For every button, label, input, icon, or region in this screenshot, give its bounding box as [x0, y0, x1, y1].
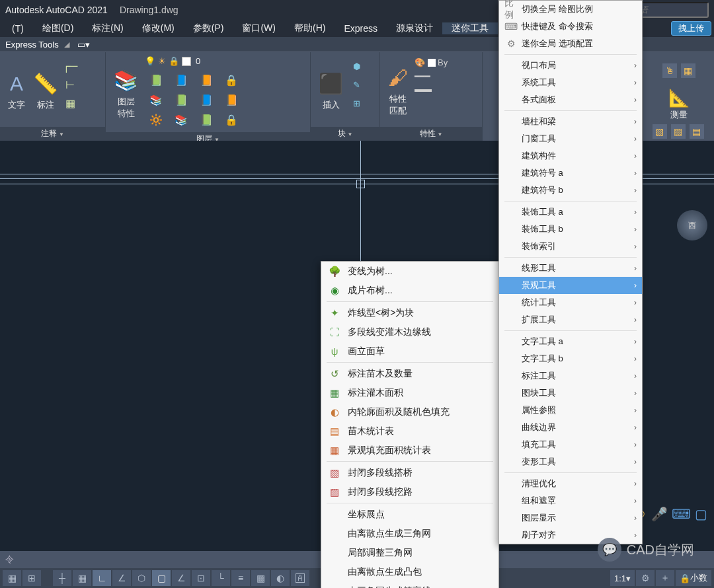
layer-icon[interactable]: 🔒: [220, 111, 243, 128]
submenu-item[interactable]: 由三角网生成等高线: [321, 581, 498, 588]
menu-item[interactable]: 比例切换全局 绘图比例: [499, 1, 642, 18]
menu-modify[interactable]: 修改(M): [133, 22, 184, 34]
menu-draw[interactable]: 绘图(D): [33, 22, 83, 34]
color-wheel-icon[interactable]: 🎨: [415, 57, 425, 67]
viewcube[interactable]: 西: [677, 210, 707, 240]
menu-item[interactable]: 扩展工具›: [499, 311, 642, 328]
attr-icon[interactable]: ⊞: [349, 96, 364, 110]
layer-icon[interactable]: 🔆: [145, 111, 167, 128]
model-icon[interactable]: ▦: [3, 570, 21, 586]
text-button[interactable]: A 文字: [4, 55, 29, 127]
menu-window[interactable]: 窗口(W): [233, 22, 285, 34]
grid-icon[interactable]: ⊞: [22, 570, 41, 586]
osnap-icon[interactable]: ▢: [152, 570, 171, 586]
menu-item[interactable]: 建筑构件›: [499, 147, 642, 165]
menu-item[interactable]: 变形工具›: [499, 453, 642, 470]
submenu-item[interactable]: ▤苗木统计表: [321, 422, 498, 441]
util-icon[interactable]: ▤: [690, 124, 704, 139]
menu-dim[interactable]: 标注(N): [83, 22, 132, 34]
menu-item[interactable]: 文字工具 a›: [499, 333, 642, 350]
menu-item[interactable]: 墙柱和梁›: [499, 113, 642, 130]
table-icon[interactable]: ▦: [63, 96, 77, 110]
layer-icon[interactable]: 📙: [195, 71, 218, 89]
menu-item[interactable]: 清理优化›: [499, 475, 642, 492]
iso-icon[interactable]: ⬡: [132, 570, 151, 586]
layer-icon[interactable]: 📘: [170, 71, 192, 89]
submenu-item[interactable]: 坐标展点: [321, 505, 498, 524]
edit-block-icon[interactable]: ✎: [349, 77, 364, 92]
submenu-item[interactable]: ⛶多段线变灌木边缘线: [321, 322, 498, 342]
panel-toggle-icon[interactable]: ▭▾: [77, 40, 90, 50]
create-block-icon[interactable]: ⬢: [349, 59, 364, 73]
snap-icon[interactable]: ┼: [53, 570, 71, 586]
layer-icon[interactable]: 📚: [145, 91, 167, 108]
menu-item[interactable]: ⌨快捷键及 命令搜索: [499, 18, 642, 35]
layer-icon[interactable]: 🔒: [220, 71, 243, 89]
linetype-icon[interactable]: ━━━: [415, 71, 448, 81]
menu-item[interactable]: 线形工具›: [499, 260, 642, 277]
menu-item[interactable]: 建筑符号 b›: [499, 182, 642, 199]
submenu-item[interactable]: 局部调整三角网: [321, 543, 498, 562]
layer-dropdown[interactable]: 💡 ☀ 🔒 0: [142, 55, 306, 67]
menu-item[interactable]: 属性参照›: [499, 402, 642, 419]
menu-item[interactable]: 图块工具›: [499, 385, 642, 402]
menu-item[interactable]: 系统工具›: [499, 74, 642, 91]
submenu-item[interactable]: ◉成片布树...: [321, 281, 498, 300]
util-icon[interactable]: ▨: [671, 124, 686, 139]
units-display[interactable]: 🔒 小数: [676, 570, 711, 586]
submenu-item[interactable]: ψ画立面草: [321, 342, 498, 361]
menu-mini[interactable]: 迷你工具: [442, 22, 498, 34]
lwt-icon[interactable]: ≡: [231, 570, 250, 586]
layer-properties-button[interactable]: 📚 图层 特性: [110, 55, 142, 132]
keyboard-icon[interactable]: ⌨: [672, 506, 691, 522]
layer-icon[interactable]: 📚: [170, 111, 192, 128]
menu-item[interactable]: 装饰工具 b›: [499, 221, 642, 238]
menu-yq[interactable]: 源泉设计: [387, 22, 442, 34]
layer-icon[interactable]: 📙: [220, 91, 243, 108]
menu-item[interactable]: 文字工具 b›: [499, 350, 642, 367]
gear-icon[interactable]: ⚙: [636, 570, 654, 586]
grid-display-icon[interactable]: ▦: [73, 570, 91, 586]
cycle-icon[interactable]: ◐: [271, 570, 290, 586]
mic-icon[interactable]: 🎤: [651, 506, 668, 522]
submenu-item[interactable]: 🌳变线为树...: [321, 262, 498, 281]
menu-item[interactable]: 景观工具›: [499, 277, 642, 294]
menu-express[interactable]: Express: [335, 23, 387, 34]
menu-item[interactable]: 建筑符号 a›: [499, 165, 642, 182]
transparency-icon[interactable]: ▩: [251, 570, 270, 586]
menu-item[interactable]: 填充工具›: [499, 436, 642, 453]
menu-item[interactable]: 组和遮罩›: [499, 492, 642, 509]
match-properties-button[interactable]: 🖌 特性 匹配: [384, 55, 412, 127]
layer-icon[interactable]: 📗: [195, 111, 218, 128]
scale-display[interactable]: 1:1▾: [610, 570, 635, 586]
layer-icon[interactable]: 📘: [195, 91, 218, 108]
measure-button[interactable]: 📐 测量: [665, 83, 693, 124]
menu-item[interactable]: 视口布局›: [499, 57, 642, 74]
anno-icon[interactable]: 🄰: [291, 570, 309, 586]
lineweight-icon[interactable]: ▬▬: [415, 84, 448, 94]
window-icon[interactable]: ▢: [695, 506, 707, 522]
menu-item[interactable]: 装饰工具 a›: [499, 203, 642, 221]
dimension-button[interactable]: 📏 标注: [29, 55, 61, 127]
menu-t[interactable]: (T): [3, 23, 33, 34]
menu-item[interactable]: ⚙迷你全局 选项配置: [499, 35, 642, 52]
submenu-item[interactable]: ◐内轮廓面积及随机色填充: [321, 402, 498, 422]
submenu-item[interactable]: ↺标注苗木及数量: [321, 364, 498, 383]
dyn-icon[interactable]: └: [212, 570, 230, 586]
bylayer-swatch[interactable]: By: [428, 57, 448, 67]
menu-item[interactable]: 图层显示›: [499, 509, 642, 527]
submenu-item[interactable]: ▦标注灌木面积: [321, 383, 498, 402]
tool-icon[interactable]: ▦: [681, 63, 695, 78]
submenu-item[interactable]: ▧封闭多段线搭桥: [321, 463, 498, 482]
menu-item[interactable]: 标注工具›: [499, 367, 642, 385]
menu-param[interactable]: 参数(P): [184, 22, 233, 34]
menu-help[interactable]: 帮助(H): [285, 22, 335, 34]
3dosnap-icon[interactable]: ⊡: [192, 570, 210, 586]
leader-icon[interactable]: ┌─: [63, 59, 77, 73]
polar-icon[interactable]: ∠: [112, 570, 131, 586]
submenu-item[interactable]: 由离散点生成凸包: [321, 562, 498, 581]
layer-icon[interactable]: 📗: [145, 71, 167, 89]
menu-item[interactable]: 曲线边界›: [499, 419, 642, 436]
layer-icon[interactable]: 📗: [170, 91, 192, 108]
submenu-item[interactable]: ✦炸线型<树>为块: [321, 303, 498, 322]
